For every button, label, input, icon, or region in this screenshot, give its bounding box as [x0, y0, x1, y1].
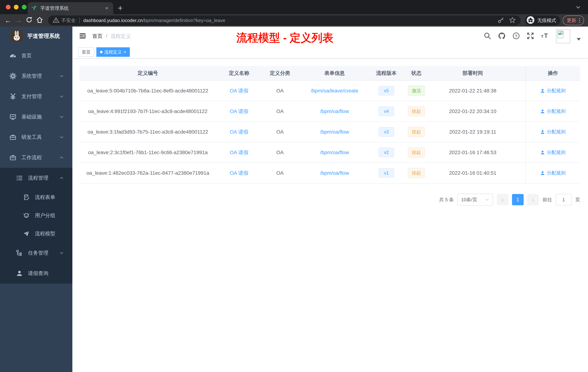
person-icon — [16, 270, 23, 277]
cell-deploy-time: 2022-01-22 20:34:10 — [431, 101, 514, 122]
cell-deploy-time: 2022-01-22 21:48:38 — [431, 81, 514, 101]
new-tab-button[interactable]: + — [118, 2, 123, 13]
form-info-link[interactable]: /bpm/oa/flow — [320, 150, 349, 155]
hamburger-fold-icon[interactable] — [79, 32, 86, 41]
form-info-link[interactable]: /bpm/oa/flow — [320, 129, 349, 135]
yen-icon — [10, 93, 16, 100]
sidebar-item-user-group[interactable]: 用户分组 — [0, 206, 72, 225]
tag-home[interactable]: 首页 — [78, 47, 94, 57]
update-label[interactable]: 更新 — [567, 17, 576, 24]
current-page-button[interactable]: 1 — [512, 194, 524, 205]
cell-category: OA — [262, 101, 298, 122]
definition-name-link[interactable]: OA 请假 — [230, 87, 249, 94]
password-key-icon[interactable] — [498, 17, 504, 24]
bookmark-star-icon[interactable] — [509, 17, 516, 24]
tab-title: 芋道管理系统 — [40, 5, 104, 11]
tab-strip: 芋道管理系统 × + — [0, 0, 588, 14]
goto-page-input[interactable] — [556, 194, 572, 206]
search-icon[interactable] — [484, 32, 491, 40]
sidebar-item-process-form[interactable]: 流程表单 — [0, 188, 72, 206]
definition-name-link[interactable]: OA 请假 — [230, 149, 249, 156]
col-header-version: 流程版本 — [371, 66, 402, 81]
paper-plane-icon — [23, 230, 30, 237]
chevron-down-icon — [59, 250, 64, 256]
font-size-icon[interactable]: TT — [541, 32, 549, 40]
next-page-button[interactable]: › — [527, 194, 539, 205]
sidebar: 芋道管理系统 首页 系统管理 支付管理 基础设施 — [0, 27, 72, 372]
security-label[interactable]: 不安全 — [62, 17, 76, 24]
definition-name-link[interactable]: OA 请假 — [230, 170, 249, 176]
browser-update-button[interactable]: 更新 — [563, 15, 584, 25]
sidebar-item-workflow[interactable]: 工作流程 — [0, 147, 72, 168]
page-annotation: 流程模型 - 定义列表 — [236, 31, 333, 45]
not-secure-warning-icon[interactable] — [53, 17, 59, 24]
sidebar-item-dev-tools[interactable]: 研发工具 — [0, 127, 72, 147]
cell-filler — [514, 101, 525, 122]
tab-close-icon[interactable]: × — [104, 5, 109, 11]
assign-rule-button[interactable]: 分配规则 — [540, 129, 566, 135]
forward-icon[interactable]: → — [15, 17, 22, 24]
tab-search-chevron-icon[interactable] — [575, 4, 581, 11]
cell-deploy-time: 2022-01-16 01:40:51 — [431, 163, 514, 184]
version-badge: v5 — [378, 86, 394, 96]
url-text[interactable]: dashboard.yudao.iocoder.cn/bpm/manager/d… — [83, 18, 225, 23]
url-domain[interactable]: dashboard.yudao.iocoder.cn — [83, 18, 143, 23]
minimize-window-button[interactable] — [14, 5, 19, 10]
chevron-down-icon — [59, 73, 64, 79]
app-logo-row[interactable]: 芋道管理系统 — [0, 27, 72, 45]
window-controls[interactable] — [6, 5, 27, 10]
cell-deploy-time: 2022-01-22 19:19:11 — [431, 122, 514, 142]
page-unit-label: 页 — [575, 197, 580, 203]
assign-rule-button[interactable]: 分配规则 — [540, 170, 566, 176]
browser-tab[interactable]: 芋道管理系统 × — [28, 2, 113, 14]
form-info-link[interactable]: /bpm/oa/flow — [320, 170, 349, 176]
tag-close-icon[interactable]: × — [124, 50, 126, 54]
chevron-down-icon — [59, 134, 64, 140]
cell-definition-id: oa_leave:3:1fad3d93-7b75-11ec-a3c8-acde4… — [79, 122, 216, 142]
back-icon[interactable]: ← — [4, 17, 12, 24]
address-bar[interactable]: 不安全 dashboard.yudao.iocoder.cn/bpm/manag… — [48, 15, 521, 25]
browser-menu-kebab-icon[interactable] — [579, 18, 580, 23]
sidebar-item-process-management[interactable]: 流程管理 — [0, 168, 72, 188]
form-info-link[interactable]: /bpm/oa/leave/create — [311, 88, 358, 94]
prev-page-button[interactable]: ‹ — [497, 194, 508, 205]
sidebar-item-infrastructure[interactable]: 基础设施 — [0, 107, 72, 127]
user-group-icon — [23, 212, 30, 219]
reload-icon[interactable] — [25, 16, 33, 25]
sidebar-item-task-management[interactable]: 任务管理 — [0, 243, 72, 263]
cell-deploy-time: 2022-01-16 17:46:53 — [431, 142, 514, 163]
sidebar-item-process-model[interactable]: 流程模型 — [0, 225, 72, 243]
sidebar-item-leave-query[interactable]: 请假查询 — [0, 263, 72, 284]
form-info-link[interactable]: /bpm/oa/flow — [320, 109, 349, 114]
cell-filler — [514, 122, 525, 142]
page-size-select[interactable]: 10条/页 — [457, 194, 493, 206]
active-dot — [100, 51, 103, 53]
url-path[interactable]: /bpm/manager/definition?key=oa_leave — [143, 18, 225, 23]
github-icon[interactable] — [498, 32, 506, 41]
close-window-button[interactable] — [6, 5, 10, 10]
sidebar-item-system[interactable]: 系统管理 — [0, 66, 72, 86]
fullscreen-icon[interactable] — [526, 32, 534, 40]
breadcrumb-home[interactable]: 首页 — [92, 33, 103, 40]
assign-rule-button[interactable]: 分配规则 — [540, 88, 566, 94]
task-tree-icon — [16, 250, 23, 256]
cell-definition-id: oa_leave:1:482ec033-762a-11ec-8477-a2380… — [79, 163, 216, 184]
help-icon[interactable]: ? — [512, 32, 520, 40]
assign-rule-button[interactable]: 分配规则 — [540, 149, 566, 156]
avatar-caret-icon[interactable] — [577, 38, 581, 41]
sidebar-item-home[interactable]: 首页 — [0, 45, 72, 66]
home-icon[interactable] — [36, 16, 44, 25]
cell-category: OA — [262, 122, 298, 142]
page-content: 定义编号 定义名称 定义分类 表单信息 流程版本 状态 部署时间 操作 oa_l… — [72, 59, 588, 206]
app-logo — [11, 30, 22, 42]
assign-rule-button[interactable]: 分配规则 — [540, 108, 566, 114]
zoom-window-button[interactable] — [22, 5, 27, 10]
sidebar-item-payment[interactable]: 支付管理 — [0, 86, 72, 107]
version-badge: v3 — [378, 127, 394, 137]
user-avatar-broken-image[interactable] — [556, 29, 570, 43]
process-list-icon — [16, 175, 23, 181]
definition-name-link[interactable]: OA 请假 — [230, 108, 249, 115]
tag-process-definition[interactable]: 流程定义 × — [96, 47, 130, 57]
definition-name-link[interactable]: OA 请假 — [230, 129, 249, 135]
version-badge: v2 — [378, 148, 394, 157]
